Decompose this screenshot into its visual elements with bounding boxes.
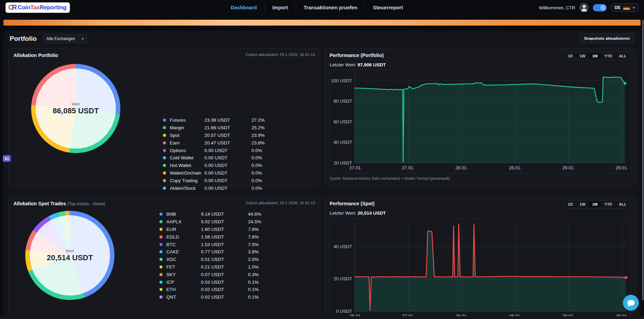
pie-center-label: Wert 86,085 USDT xyxy=(31,64,120,153)
legend-label: AAPLX xyxy=(166,219,201,224)
chevron-down-icon: ▾ xyxy=(633,6,635,10)
legend-value: 21.66 USDT xyxy=(204,125,251,130)
legend-color-dot xyxy=(159,250,163,253)
card-title: Performance (Portfolio) xyxy=(330,53,384,58)
legend-color-dot xyxy=(163,119,166,122)
legend-percent: 0.3% xyxy=(248,272,272,277)
legend-row: SKY0.07 USDT0.3% xyxy=(159,271,272,278)
legend-row: Hot Wallet0.00 USDT0.0% xyxy=(163,162,276,169)
nav-item-transaktionen-pruefen[interactable]: Transaktionen pruefen xyxy=(304,5,358,10)
nav-item-steuerreport[interactable]: Steuerreport xyxy=(373,5,403,10)
svg-text:27.01.: 27.01. xyxy=(349,165,362,170)
legend-value: 0.77 USDT xyxy=(201,249,248,254)
vertical-scrollbar[interactable] xyxy=(642,20,644,300)
svg-text:0 USDT: 0 USDT xyxy=(336,309,352,314)
legend-value: 5.02 USDT xyxy=(201,219,248,224)
last-value-text: Letzter Wert: 97,906 USDT xyxy=(330,62,386,67)
range-button-1m[interactable]: 1M xyxy=(589,53,600,59)
legend-percent: 0.1% xyxy=(248,294,272,300)
legend-value: 9.14 USDT xyxy=(201,212,248,217)
range-button-ytd[interactable]: YTD xyxy=(601,201,615,207)
legend-percent: 0.0% xyxy=(251,186,276,191)
legend-label: Spot xyxy=(170,133,204,138)
range-button-all[interactable]: ALL xyxy=(616,53,629,59)
welcome-text: Willkommen, CTR xyxy=(539,5,575,10)
page-title: Portfolio xyxy=(10,35,37,43)
legend-row: AAPLX5.02 USDT24.5% xyxy=(159,218,272,226)
legend-row: Wallet/Onchain0.00 USDT0.0% xyxy=(163,169,276,177)
legend-label: Options xyxy=(170,148,204,153)
legend-percent: 7.8% xyxy=(248,227,272,232)
legend-percent: 25.2% xyxy=(251,125,276,130)
legend-percent: 0.0% xyxy=(251,170,276,176)
allocation-spot-card: Allokation Spot Trades(Top-Assets - Wert… xyxy=(8,196,320,319)
horizontal-scrollbar-track[interactable] xyxy=(0,316,644,319)
svg-text:60 USDT: 60 USDT xyxy=(334,119,352,124)
legend-row: CAKE0.77 USDT3.8% xyxy=(159,248,272,256)
legend-value: 23.38 USDT xyxy=(204,118,251,123)
legend-color-dot xyxy=(159,235,163,238)
exchange-filter-select[interactable]: Alle Exchanges ▾ xyxy=(43,34,87,43)
legend-row: ICP0.03 USDT0.1% xyxy=(159,278,272,286)
legend-value: 0.51 USDT xyxy=(201,257,248,262)
range-button-1d[interactable]: 1D xyxy=(565,53,576,59)
legend-color-dot xyxy=(159,220,163,223)
ki-drawer-badge[interactable]: KI xyxy=(3,155,11,162)
svg-text:40 USDT: 40 USDT xyxy=(334,140,352,145)
legend-row: EUR1.60 USDT7.8% xyxy=(159,226,272,233)
legend-color-dot xyxy=(159,281,163,284)
legend-percent: 0.1% xyxy=(248,287,272,292)
portfolio-allocation-legend: Futures23.38 USDT27.2%Margin21.66 USDT25… xyxy=(163,116,276,192)
logo-mark-icon: CR xyxy=(8,3,16,11)
snapshots-refresh-button[interactable]: Snapshots aktualisieren xyxy=(580,34,634,43)
legend-label: Margin xyxy=(170,125,204,130)
app-logo[interactable]: CR CoinTaxReporting xyxy=(6,2,70,13)
legend-label: ICP xyxy=(166,280,201,285)
legend-color-dot xyxy=(163,156,166,159)
nav-item-import[interactable]: Import xyxy=(273,5,288,10)
legend-row: Margin21.66 USDT25.2% xyxy=(163,124,276,132)
legend-value: 1.56 USDT xyxy=(201,234,248,240)
legend-value: 0.00 USDT xyxy=(204,178,251,183)
legend-color-dot xyxy=(159,243,163,246)
svg-text:20 USDT: 20 USDT xyxy=(334,160,352,166)
legend-value: 0.00 USDT xyxy=(204,170,251,176)
svg-text:28.01.: 28.01. xyxy=(509,165,521,170)
top-navbar: CR CoinTaxReporting Dashboard Import Tra… xyxy=(0,0,644,15)
legend-label: BNB xyxy=(166,212,201,217)
legend-color-dot xyxy=(159,265,163,269)
legend-color-dot xyxy=(159,213,163,216)
legend-label: FET xyxy=(166,264,201,270)
nav-item-dashboard[interactable]: Dashboard xyxy=(231,5,257,10)
legend-percent: 0.0% xyxy=(251,163,276,168)
range-button-1w[interactable]: 1W xyxy=(577,53,589,59)
card-title: Performance (Spot) xyxy=(330,201,375,206)
legend-label: CAKE xyxy=(166,249,201,254)
legend-value: 1.53 USDT xyxy=(201,242,248,247)
legend-percent: 0.0% xyxy=(251,178,276,183)
svg-text:29.01.: 29.01. xyxy=(562,165,575,170)
legend-percent: 0.0% xyxy=(251,155,276,160)
legend-color-dot xyxy=(159,273,163,276)
legend-value: 0.02 USDT xyxy=(201,287,248,292)
svg-text:80 USDT: 80 USDT xyxy=(334,98,352,104)
legend-percent: 0.1% xyxy=(248,280,272,285)
spot-allocation-legend: BNB9.14 USDT44.6%AAPLX5.02 USDT24.5%EUR1… xyxy=(159,210,272,301)
last-updated-text: Zuletzt aktualisiert: 29.1.2026, 16:41:1… xyxy=(246,53,315,57)
time-range-selector: 1D1W1MYTDALL xyxy=(564,200,631,208)
dark-mode-toggle[interactable]: ☾ xyxy=(593,4,607,11)
language-selector[interactable]: DE ▾ xyxy=(611,3,638,12)
main-nav: Dashboard Import Transaktionen pruefen S… xyxy=(231,3,403,12)
range-button-1m[interactable]: 1M xyxy=(589,201,600,207)
range-button-ytd[interactable]: YTD xyxy=(601,53,615,59)
range-button-1w[interactable]: 1W xyxy=(577,201,589,207)
range-button-all[interactable]: ALL xyxy=(616,201,629,207)
legend-label: EGLD xyxy=(166,234,201,240)
svg-text:29.01.: 29.01. xyxy=(616,165,628,170)
legend-value: 0.21 USDT xyxy=(201,264,248,270)
user-avatar[interactable] xyxy=(579,3,589,12)
range-button-1d[interactable]: 1D xyxy=(565,201,576,207)
legend-label: ETH xyxy=(166,287,201,292)
nav-separator xyxy=(296,3,296,12)
chat-widget-button[interactable] xyxy=(623,295,639,311)
